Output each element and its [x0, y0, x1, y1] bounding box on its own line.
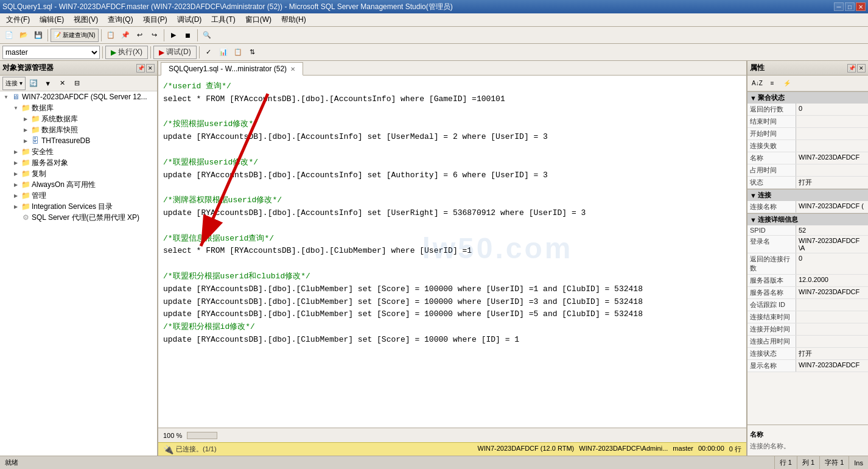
menu-query[interactable]: 查询(Q)	[103, 13, 138, 26]
detail-name-9: 连接状态	[747, 348, 796, 359]
menu-project[interactable]: 项目(P)	[138, 13, 172, 26]
prop-section-connection[interactable]: ▼ 连接	[747, 189, 868, 201]
tree-node-th[interactable]: ▶ 🗄 THTreasureDB	[0, 135, 157, 146]
query-editor[interactable]: lw50.com /*userid 查询*/ select * FROM [RY…	[158, 76, 746, 428]
server-icon: 🖥	[11, 92, 21, 102]
prop-detail-9: 连接状态 打开	[747, 348, 868, 360]
refresh-btn[interactable]: 🔄	[27, 77, 40, 90]
collapse-btn[interactable]: ⊟	[71, 77, 84, 90]
status-right-group: 行 1 列 1 字符 1 Ins	[774, 456, 868, 470]
prop-detail-8: 连接占用时间	[747, 336, 868, 348]
panel-pin[interactable]: 📌	[136, 64, 145, 72]
status-ready: 就绪	[0, 458, 774, 467]
props-category[interactable]: ≡	[766, 77, 779, 90]
menu-edit[interactable]: 编辑(E)	[35, 13, 69, 26]
expand-management[interactable]: ▶	[11, 191, 21, 200]
expand-snapshot[interactable]: ▶	[21, 125, 30, 135]
tb-start-debug[interactable]: ▶	[167, 29, 180, 42]
tree-node-replication[interactable]: ▶ 📁 复制	[0, 168, 157, 179]
tb-include-actual[interactable]: 📊	[217, 46, 230, 59]
folder-icon-replication: 📁	[21, 169, 30, 178]
detail-value-1: WIN7-2023DAFDCF\A	[796, 236, 868, 253]
prop-row-2: 开始时间	[747, 128, 868, 140]
zoom-slider[interactable]	[187, 432, 217, 439]
clear-filter-btn[interactable]: ✕	[56, 77, 69, 90]
tb-stop[interactable]: ⏹	[181, 29, 195, 42]
expand-security[interactable]: ▶	[11, 147, 21, 157]
minimize-button[interactable]: ─	[834, 2, 844, 11]
execute-button[interactable]: ▶ 执行(X)	[105, 46, 148, 59]
tb-new-file[interactable]: 📄	[2, 29, 16, 42]
expand-integration[interactable]: ▶	[11, 202, 21, 211]
menu-tools[interactable]: 工具(T)	[206, 13, 240, 26]
tb-copy[interactable]: 📋	[104, 29, 117, 42]
tree-node-management[interactable]: ▶ 📁 管理	[0, 190, 157, 201]
code-line-20: /*联盟积分根据id修改*/	[163, 321, 741, 334]
server-info: WIN7-2023DAFDCF (12.0 RTM)	[478, 445, 575, 454]
properties-close[interactable]: ✕	[857, 64, 866, 72]
code-line-16: /*联盟积分根据userid和clubid修改*/	[163, 270, 741, 283]
prop-section-aggregate[interactable]: ▼ 聚合状态	[747, 91, 868, 104]
props-event[interactable]: ⚡	[780, 77, 794, 90]
title-bar: SQLQuery1.sql - WIN7-2023DAFDCF.master (…	[0, 0, 868, 13]
detail-name-2: 返回的连接行数	[747, 253, 796, 274]
tb-sort[interactable]: ⇅	[246, 46, 259, 59]
expand-db[interactable]: ▼	[11, 103, 21, 113]
properties-pin[interactable]: 📌	[847, 64, 856, 72]
expand-sysdb[interactable]: ▶	[21, 114, 30, 124]
prop-section-detail[interactable]: ▼ 连接详细信息	[747, 213, 868, 225]
connect-btn[interactable]: 连接 ▾	[2, 77, 26, 90]
tree-node-server[interactable]: ▼ 🖥 WIN7-2023DAFDCF (SQL Server 12...	[0, 91, 157, 102]
status-col: 列 1	[797, 456, 819, 470]
tree-node-alwayson[interactable]: ▶ 📁 AlwaysOn 高可用性	[0, 179, 157, 190]
tb-search[interactable]: 🔍	[200, 29, 214, 42]
menu-help[interactable]: 帮助(H)	[276, 13, 311, 26]
tree-node-dbsnapshot[interactable]: ▶ 📁 数据库快照	[0, 124, 157, 135]
detail-name-0: SPID	[747, 225, 796, 235]
tb-open[interactable]: 📂	[17, 29, 30, 42]
prop-name-6: 状态	[747, 177, 796, 188]
tb-undo[interactable]: ↩	[133, 29, 147, 42]
tb-new-query[interactable]: 📝 新建查询(N)	[51, 29, 99, 42]
filter-btn[interactable]: ▼	[41, 77, 55, 90]
database-selector[interactable]: master	[2, 46, 100, 59]
tb-parse[interactable]: ✓	[202, 46, 215, 59]
folder-icon-snapshot: 📁	[30, 125, 40, 135]
tree-node-sqlagent[interactable]: ▶ ⚙ SQL Server 代理(已禁用代理 XP)	[0, 212, 157, 223]
expand-alwayson[interactable]: ▶	[11, 180, 21, 189]
query-tab[interactable]: SQLQuery1.sql - W...ministrator (52) ✕	[161, 62, 303, 76]
prop-detail-1: 登录名 WIN7-2023DAFDCF\A	[747, 236, 868, 253]
prop-detail-2: 返回的连接行数 0	[747, 253, 868, 275]
expand-serverobj[interactable]: ▶	[11, 158, 21, 168]
close-button[interactable]: ✕	[856, 2, 866, 11]
tree-node-databases[interactable]: ▼ 📁 数据库	[0, 102, 157, 113]
menu-file[interactable]: 文件(F)	[1, 13, 35, 26]
menu-debug[interactable]: 调试(D)	[172, 13, 207, 26]
debug-button[interactable]: ▶ 调试(D)	[153, 46, 197, 59]
prop-value-1	[796, 116, 868, 127]
detail-value-6	[796, 311, 868, 323]
tree-node-security[interactable]: ▶ 📁 安全性	[0, 146, 157, 157]
tree-node-integration[interactable]: ▶ 📁 Integration Services 目录	[0, 201, 157, 212]
maximize-button[interactable]: □	[845, 2, 855, 11]
sep3	[164, 29, 164, 41]
tb-paste[interactable]: 📌	[119, 29, 132, 42]
tb-results[interactable]: 📋	[231, 46, 245, 59]
tab-bar: SQLQuery1.sql - W...ministrator (52) ✕	[158, 61, 746, 76]
prop-detail-5: 会话跟踪 ID	[747, 299, 868, 311]
expand-server[interactable]: ▼	[1, 92, 11, 102]
tb-redo[interactable]: ↪	[148, 29, 161, 42]
tab-close[interactable]: ✕	[290, 66, 295, 72]
tb-save[interactable]: 💾	[32, 29, 45, 42]
menu-window[interactable]: 窗口(W)	[240, 13, 276, 26]
object-explorer-title: 对象资源管理器	[2, 63, 54, 73]
window-title: SQLQuery1.sql - WIN7-2023DAFDCF.master (…	[2, 2, 453, 12]
panel-close[interactable]: ✕	[146, 64, 155, 72]
expand-replication[interactable]: ▶	[11, 169, 21, 178]
props-sort-az[interactable]: A↓Z	[750, 77, 765, 90]
tree-node-sysdb[interactable]: ▶ 📁 系统数据库	[0, 113, 157, 124]
tree-node-serverobj[interactable]: ▶ 📁 服务器对象	[0, 157, 157, 168]
expand-th[interactable]: ▶	[21, 136, 30, 146]
properties-header: 属性 📌 ✕	[747, 61, 868, 76]
menu-view[interactable]: 视图(V)	[69, 13, 103, 26]
